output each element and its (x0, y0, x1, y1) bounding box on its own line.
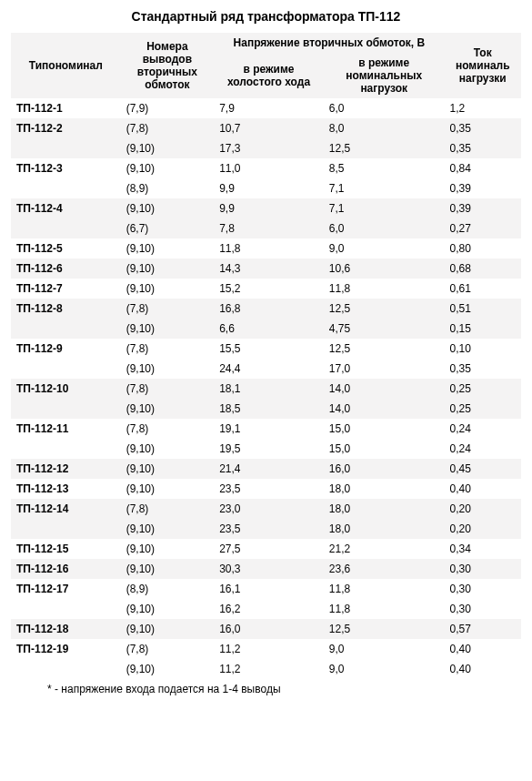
table-row: ТП-112-4(9,10)9,97,10,39 (11, 198, 521, 218)
cell-pins: (8,9) (121, 178, 215, 198)
cell-voltage-load: 12,5 (324, 138, 445, 158)
cell-current: 0,35 (445, 359, 521, 379)
cell-voltage-load: 6,0 (324, 98, 445, 118)
cell-voltage-idle: 17,3 (214, 138, 324, 158)
cell-model (11, 359, 121, 379)
cell-pins: (6,7) (121, 218, 215, 238)
cell-pins: (7,8) (121, 499, 215, 519)
cell-model: ТП-112-13 (11, 479, 121, 499)
cell-model: ТП-112-2 (11, 118, 121, 138)
cell-voltage-load: 8,5 (324, 158, 445, 178)
cell-model (11, 138, 121, 158)
table-row: ТП-112-2(7,8)10,78,00,35 (11, 118, 521, 138)
table-row: (9,10)17,312,50,35 (11, 138, 521, 158)
cell-pins: (9,10) (121, 659, 215, 679)
table-row: (9,10)11,29,00,40 (11, 659, 521, 679)
cell-voltage-idle: 27,5 (214, 539, 324, 559)
cell-pins: (9,10) (121, 599, 215, 619)
header-voltage-load: в режиме номинальных нагрузок (324, 53, 445, 98)
cell-current: 0,25 (445, 399, 521, 419)
footnote: * - напряжение входа подается на 1-4 выв… (11, 679, 521, 695)
cell-pins: (7,8) (121, 118, 215, 138)
cell-voltage-load: 17,0 (324, 359, 445, 379)
table-row: (9,10)19,515,00,24 (11, 439, 521, 459)
table-row: ТП-112-9(7,8)15,512,50,10 (11, 339, 521, 359)
cell-voltage-load: 12,5 (324, 299, 445, 319)
cell-voltage-idle: 11,0 (214, 158, 324, 178)
cell-model (11, 519, 121, 539)
table-row: ТП-112-10(7,8)18,114,00,25 (11, 379, 521, 399)
cell-current: 0,35 (445, 138, 521, 158)
cell-voltage-load: 8,0 (324, 118, 445, 138)
cell-pins: (9,10) (121, 479, 215, 499)
cell-voltage-load: 15,0 (324, 419, 445, 439)
cell-current: 0,10 (445, 339, 521, 359)
cell-current: 0,30 (445, 559, 521, 579)
cell-voltage-idle: 16,0 (214, 619, 324, 639)
cell-pins: (9,10) (121, 559, 215, 579)
table-row: (9,10)6,64,750,15 (11, 319, 521, 339)
cell-model (11, 218, 121, 238)
cell-pins: (9,10) (121, 459, 215, 479)
header-pins: Номера выводов вторичных обмоток (121, 33, 215, 98)
cell-model (11, 178, 121, 198)
cell-pins: (7,9) (121, 98, 215, 118)
table-row: (9,10)16,211,80,30 (11, 599, 521, 619)
header-model: Типономинал (11, 33, 121, 98)
cell-voltage-load: 6,0 (324, 218, 445, 238)
cell-pins: (9,10) (121, 138, 215, 158)
cell-current: 0,39 (445, 198, 521, 218)
cell-voltage-load: 11,8 (324, 279, 445, 299)
cell-voltage-idle: 24,4 (214, 359, 324, 379)
cell-model: ТП-112-12 (11, 459, 121, 479)
table-row: ТП-112-1(7,9)7,96,01,2 (11, 98, 521, 118)
cell-pins: (9,10) (121, 238, 215, 259)
cell-voltage-idle: 11,2 (214, 639, 324, 659)
table-row: (6,7)7,86,00,27 (11, 218, 521, 238)
cell-current: 0,51 (445, 299, 521, 319)
cell-voltage-load: 12,5 (324, 339, 445, 359)
header-voltage-group: Напряжение вторичных обмоток, В (214, 33, 444, 53)
cell-model: ТП-112-17 (11, 579, 121, 599)
cell-voltage-load: 10,6 (324, 259, 445, 279)
table-row: ТП-112-16(9,10)30,323,60,30 (11, 559, 521, 579)
cell-current: 0,30 (445, 579, 521, 599)
cell-voltage-idle: 16,2 (214, 599, 324, 619)
cell-pins: (9,10) (121, 519, 215, 539)
cell-pins: (9,10) (121, 158, 215, 178)
cell-model: ТП-112-14 (11, 499, 121, 519)
cell-current: 1,2 (445, 98, 521, 118)
cell-current: 0,27 (445, 218, 521, 238)
cell-model: ТП-112-1 (11, 98, 121, 118)
table-row: (8,9)9,97,10,39 (11, 178, 521, 198)
table-row: ТП-112-18(9,10)16,012,50,57 (11, 619, 521, 639)
cell-voltage-load: 7,1 (324, 178, 445, 198)
cell-voltage-idle: 23,0 (214, 499, 324, 519)
cell-model: ТП-112-7 (11, 279, 121, 299)
cell-pins: (9,10) (121, 279, 215, 299)
table-row: ТП-112-11(7,8)19,115,00,24 (11, 419, 521, 439)
cell-current: 0,24 (445, 439, 521, 459)
cell-current: 0,61 (445, 279, 521, 299)
cell-voltage-load: 11,8 (324, 579, 445, 599)
cell-model: ТП-112-5 (11, 238, 121, 259)
cell-voltage-idle: 19,5 (214, 439, 324, 459)
cell-current: 0,20 (445, 499, 521, 519)
cell-model: ТП-112-19 (11, 639, 121, 659)
cell-current: 0,68 (445, 259, 521, 279)
cell-model: ТП-112-11 (11, 419, 121, 439)
cell-model (11, 439, 121, 459)
cell-current: 0,25 (445, 379, 521, 399)
cell-pins: (7,8) (121, 379, 215, 399)
cell-current: 0,57 (445, 619, 521, 639)
cell-model: ТП-112-18 (11, 619, 121, 639)
cell-voltage-load: 23,6 (324, 559, 445, 579)
cell-model: ТП-112-15 (11, 539, 121, 559)
table-row: (9,10)18,514,00,25 (11, 399, 521, 419)
table-row: ТП-112-6(9,10)14,310,60,68 (11, 259, 521, 279)
cell-pins: (9,10) (121, 198, 215, 218)
cell-voltage-load: 9,0 (324, 639, 445, 659)
cell-voltage-idle: 15,5 (214, 339, 324, 359)
cell-voltage-idle: 7,9 (214, 98, 324, 118)
cell-current: 0,84 (445, 158, 521, 178)
